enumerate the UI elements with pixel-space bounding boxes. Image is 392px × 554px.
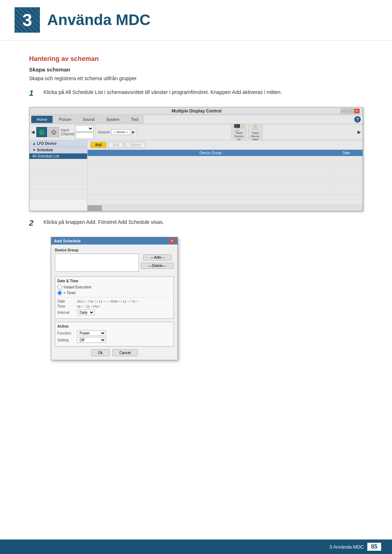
table-row <box>87 200 363 205</box>
nav-tab-home[interactable]: Home <box>31 116 53 123</box>
app-titlebar: Multiple Display Control — □ ✕ <box>29 107 363 115</box>
input-section: Input Channel <box>61 125 96 139</box>
input-controls <box>75 125 94 139</box>
minimize-button[interactable]: — <box>341 108 347 114</box>
function-select[interactable]: Power <box>77 330 106 336</box>
sidebar-row-8 <box>29 194 87 200</box>
table-row <box>87 183 363 189</box>
maximize-button[interactable]: □ <box>347 108 353 114</box>
table-row <box>87 178 363 183</box>
app-titlebar-text: Multiple Display Control <box>52 108 341 114</box>
help-button[interactable]: ? <box>354 116 361 123</box>
lfd-section-header[interactable]: ▲ LFD Device <box>29 140 87 147</box>
table-row <box>87 172 363 178</box>
sidebar-rows <box>29 159 87 200</box>
table-rows <box>87 156 363 205</box>
setting-select[interactable]: Off <box>77 337 106 343</box>
lfd-section: ▲ LFD Device <box>29 140 87 147</box>
power-buttons: ⏻ ⏻ <box>36 127 59 137</box>
power-off-button[interactable]: ⏻ <box>48 127 59 137</box>
schedule-section: ▼ Schedule All Schedule List <box>29 147 87 200</box>
interval-field-label: Interval <box>57 311 75 315</box>
nav-tab-tool[interactable]: Tool <box>126 116 144 123</box>
step-2: 2 Klicka på knappen Add. Fönstret Add Sc… <box>29 218 363 228</box>
description-text: Skapa och registrera ett schema utifrån … <box>29 75 363 81</box>
mdc-app-window: Multiple Display Control — □ ✕ Home Pict… <box>29 107 363 211</box>
toolbar-left-arrow[interactable]: ◀ <box>31 130 34 135</box>
timer-radio[interactable] <box>57 291 62 295</box>
action-section-label: Action <box>57 324 171 328</box>
step-2-text: Klicka på knappen Add. Fönstret Add Sche… <box>44 218 363 228</box>
step-1: 1 Klicka på All Schedule List i schemaav… <box>29 89 363 98</box>
nav-tab-picture[interactable]: Picture <box>53 116 77 123</box>
datetime-section: Date & Time Instant Execution + Timer Da… <box>55 276 174 319</box>
fault-device-images: 🖥️ ⚠ <box>233 123 245 131</box>
interval-select[interactable]: Daily <box>77 309 95 315</box>
titlebar-controls: — □ ✕ <box>341 108 360 114</box>
action-section: Action Function Power Setting Off <box>55 322 174 346</box>
function-field-row: Function Power <box>57 330 171 336</box>
table-row <box>87 189 363 194</box>
sidebar-row-2 <box>29 164 87 169</box>
setting-field-label: Setting <box>57 338 75 342</box>
step-1-text: Klicka på All Schedule List i schemaavsn… <box>44 89 363 98</box>
sidebar-row-7 <box>29 189 87 194</box>
datetime-section-label: Date & Time <box>57 279 171 283</box>
page-footer: 3 Använda MDC 85 <box>0 539 392 554</box>
input-label: Input Channel <box>61 128 74 136</box>
sub-title: Skapa scheman <box>29 66 363 73</box>
device-group-list[interactable] <box>55 254 139 272</box>
nav-tab-system[interactable]: System <box>101 116 125 123</box>
table-scrollbar[interactable] <box>87 205 363 211</box>
chapter-title: Använda MDC <box>47 11 151 29</box>
arrow-right: ▶ <box>132 130 135 134</box>
fault-device-label: Fault Device(0) <box>232 131 246 141</box>
power-on-button[interactable]: ⏻ <box>36 127 47 137</box>
all-schedule-list-item[interactable]: All Schedule List <box>29 153 87 159</box>
none-dropdown[interactable]: —None— <box>111 129 131 135</box>
sidebar-row-1 <box>29 159 87 164</box>
nav-tab-sound[interactable]: Sound <box>78 116 100 123</box>
dialog-close-button[interactable]: ✕ <box>170 238 175 243</box>
dialog-body: Device Group —Add— —Delete— Date & Time … <box>51 245 177 360</box>
cancel-button[interactable]: Cancel <box>113 349 138 356</box>
dialog-footer: Ok Cancel <box>55 349 174 356</box>
device-group-delete-button[interactable]: —Delete— <box>141 263 174 269</box>
add-button[interactable]: Add <box>90 142 106 148</box>
edit-button[interactable]: Edit <box>108 142 124 148</box>
app-body: ▲ LFD Device ▼ Schedule All Schedule Lis… <box>29 140 363 211</box>
app-main-pane: Add Edit Delete Device Group Date <box>87 140 363 211</box>
toolbar-icon-group: 🖥️ ⚠ Fault Device(0) ⚠ Fault DeviceAlert <box>232 125 262 139</box>
footer-text: 3 Använda MDC <box>330 544 364 550</box>
time-field-row: Time 09 ÷ : 22 ÷ PM ÷ <box>57 304 171 308</box>
ok-button[interactable]: Ok <box>91 349 110 356</box>
app-sidebar: ▲ LFD Device ▼ Schedule All Schedule Lis… <box>29 140 87 211</box>
time-field-label: Time <box>57 304 75 308</box>
setting-field-row: Setting Off <box>57 337 171 343</box>
main-content: Hantering av scheman Skapa scheman Skapa… <box>0 41 392 382</box>
lfd-section-label: ▲ LFD Device <box>32 141 57 145</box>
input-select[interactable] <box>75 125 94 132</box>
channel-input[interactable] <box>75 132 94 139</box>
app-toolbar: ◀ ⏻ ⏻ Input Channel <box>29 124 363 140</box>
device-group-buttons: —Add— —Delete— <box>141 254 174 270</box>
scrollbar-thumb[interactable] <box>87 205 102 211</box>
app-navbar: Home Picture Sound System Tool ? <box>29 115 363 124</box>
date-field-row: Date 2011 ÷ / 04 ÷ / 11 ÷ — 2099 ÷ / 12 … <box>57 299 171 303</box>
close-button[interactable]: ✕ <box>354 108 360 114</box>
device-group-header: Device Group <box>89 151 332 155</box>
divider <box>57 297 171 297</box>
section-title: Hantering av scheman <box>29 55 363 63</box>
volume-label: Volume <box>98 130 110 134</box>
fault-device-alert-icon[interactable]: ⚠ Fault DeviceAlert <box>248 125 262 139</box>
table-row <box>87 167 363 172</box>
schedule-section-header[interactable]: ▼ Schedule <box>29 147 87 153</box>
fault-device-icon[interactable]: 🖥️ ⚠ Fault Device(0) <box>232 125 246 139</box>
toolbar-right-arrow[interactable]: ▶ <box>358 130 361 135</box>
main-toolbar: Add Edit Delete <box>87 140 363 150</box>
delete-button[interactable]: Delete <box>126 142 146 148</box>
instant-execution-radio[interactable] <box>57 285 62 290</box>
dialog-titlebar: Add Schedule ✕ <box>51 237 177 245</box>
device-group-add-button[interactable]: —Add— <box>143 254 172 260</box>
table-row <box>87 194 363 200</box>
